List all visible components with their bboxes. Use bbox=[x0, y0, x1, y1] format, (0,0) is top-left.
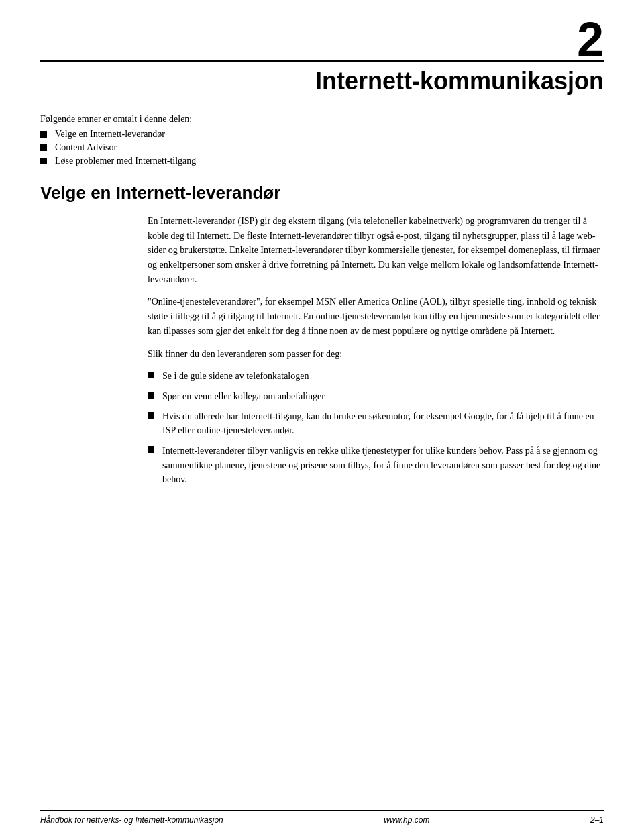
footer-right: 2–1 bbox=[590, 815, 604, 825]
list-item: Se i de gule sidene av telefonkatalogen bbox=[148, 369, 604, 384]
content-area: Følgende emner er omtalt i denne delen: … bbox=[40, 114, 604, 798]
intro-item-3: Løse problemer med Internett-tilgang bbox=[55, 156, 196, 166]
bullet-icon bbox=[148, 446, 154, 453]
top-rule bbox=[40, 60, 604, 62]
paragraph-2: "Online-tjenesteleverandører", for eksem… bbox=[148, 295, 604, 338]
intro-lead: Følgende emner er omtalt i denne delen: bbox=[40, 114, 604, 125]
list-item: Internett-leverandører tilbyr vanligvis … bbox=[148, 443, 604, 487]
intro-list: Velge en Internett-leverandør Content Ad… bbox=[40, 129, 604, 166]
bullet-item-1: Se i de gule sidene av telefonkatalogen bbox=[162, 369, 604, 384]
chapter-number: 2 bbox=[577, 12, 604, 67]
section-heading: Velge en Internett-leverandør bbox=[40, 182, 604, 203]
list-item: Løse problemer med Internett-tilgang bbox=[40, 156, 604, 166]
bullet-icon bbox=[148, 372, 154, 378]
bullet-icon bbox=[148, 392, 154, 399]
bullet-item-3: Hvis du allerede har Internett-tilgang, … bbox=[162, 409, 604, 438]
paragraph-3: Slik finner du den leverandøren som pass… bbox=[148, 347, 604, 362]
list-item: Spør en venn eller kollega om anbefaling… bbox=[148, 389, 604, 404]
main-text-block: En Internett-leverandør (ISP) gir deg ek… bbox=[148, 214, 604, 487]
list-item: Content Advisor bbox=[40, 142, 604, 153]
bullet-icon bbox=[40, 158, 47, 164]
intro-item-1: Velge en Internett-leverandør bbox=[55, 129, 165, 140]
footer-center: www.hp.com bbox=[384, 815, 429, 825]
paragraph-1: En Internett-leverandør (ISP) gir deg ek… bbox=[148, 214, 604, 286]
main-bullet-list: Se i de gule sidene av telefonkatalogen … bbox=[148, 369, 604, 487]
bullet-icon bbox=[40, 131, 47, 138]
list-item: Velge en Internett-leverandør bbox=[40, 129, 604, 140]
page-container: 2 Internett-kommunikasjon Følgende emner… bbox=[0, 0, 644, 838]
bullet-icon bbox=[40, 144, 47, 151]
bullet-item-2: Spør en venn eller kollega om anbefaling… bbox=[162, 389, 604, 404]
intro-item-2: Content Advisor bbox=[55, 142, 117, 153]
list-item: Hvis du allerede har Internett-tilgang, … bbox=[148, 409, 604, 438]
bullet-item-4: Internett-leverandører tilbyr vanligvis … bbox=[162, 443, 604, 487]
page-footer: Håndbok for nettverks- og Internett-komm… bbox=[40, 810, 604, 825]
chapter-title: Internett-kommunikasjon bbox=[0, 67, 604, 95]
bullet-icon bbox=[148, 412, 154, 419]
footer-left: Håndbok for nettverks- og Internett-komm… bbox=[40, 815, 223, 825]
intro-block: Følgende emner er omtalt i denne delen: … bbox=[40, 114, 604, 166]
